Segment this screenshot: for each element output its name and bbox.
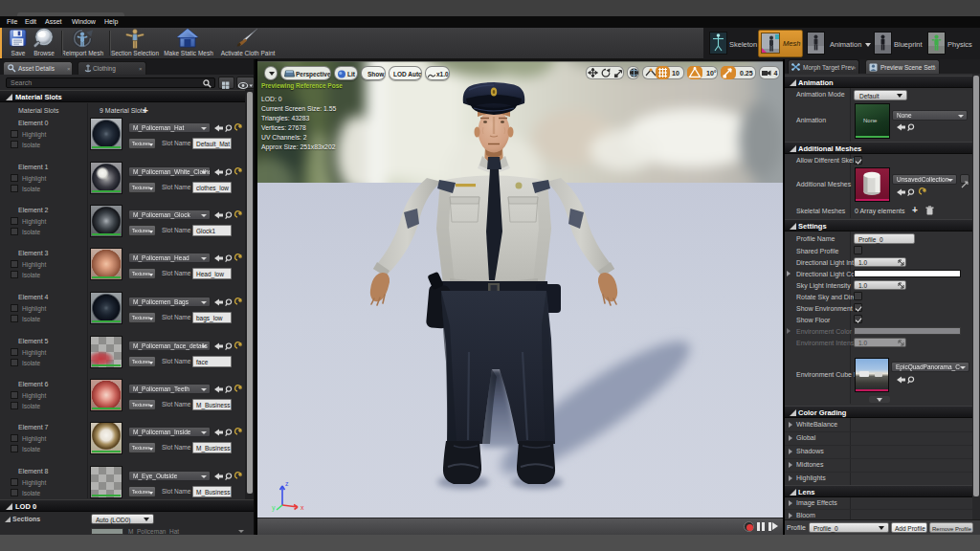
svg-text:x: x [301,504,304,511]
svg-text:z: z [285,480,289,487]
svg-text:y: y [272,504,276,512]
